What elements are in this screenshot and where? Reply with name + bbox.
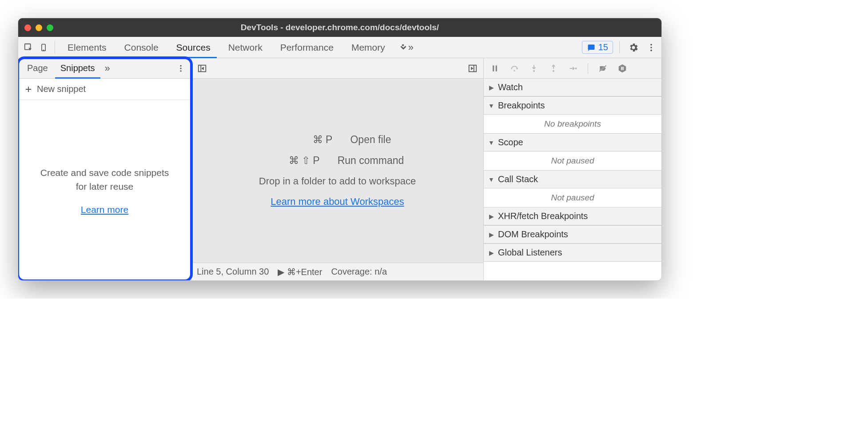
tab-network[interactable]: Network: [219, 37, 271, 58]
step-over-icon[interactable]: [508, 62, 521, 75]
separator: [588, 63, 588, 74]
section-header-call-stack[interactable]: ▼Call Stack: [484, 170, 661, 188]
tab-console[interactable]: Console: [115, 37, 167, 58]
subtabs-overflow-icon[interactable]: »: [101, 58, 114, 78]
coverage-status: Coverage: n/a: [331, 267, 387, 277]
issues-count: 15: [598, 42, 608, 52]
triangle-right-icon: ▶: [488, 249, 494, 256]
subtab-snippets[interactable]: Snippets: [54, 58, 101, 78]
inspect-element-icon[interactable]: [21, 40, 36, 55]
section-header-global-listeners[interactable]: ▶Global Listeners: [484, 243, 661, 262]
svg-rect-25: [622, 67, 623, 70]
minimize-window-button[interactable]: [36, 24, 42, 31]
separator: [619, 41, 620, 54]
tab-label: Network: [228, 42, 263, 53]
svg-point-6: [650, 49, 652, 51]
tab-sources[interactable]: Sources: [167, 37, 219, 58]
close-window-button[interactable]: [24, 24, 31, 31]
learn-more-link[interactable]: Learn more: [81, 204, 128, 215]
kebab-menu-icon[interactable]: [644, 40, 659, 55]
show-debugger-icon[interactable]: [466, 62, 479, 75]
editor-statusbar: Line 5, Column 30 ▶ ⌘+Enter Coverage: n/…: [191, 263, 483, 280]
triangle-down-icon: ▼: [488, 176, 494, 183]
svg-point-4: [650, 44, 652, 45]
editor-empty-state: ⌘ P Open file ⌘ ⇧ P Run command Drop in …: [191, 79, 483, 263]
new-snippet-button[interactable]: New snippet: [18, 79, 191, 100]
empty-text: Create and save code snippets for later …: [36, 166, 173, 194]
svg-rect-3: [588, 44, 594, 50]
step-icon[interactable]: [566, 62, 580, 75]
svg-rect-16: [493, 65, 494, 71]
issues-counter[interactable]: 15: [582, 41, 613, 54]
svg-point-21: [575, 67, 577, 69]
shortcut-label: Open file: [350, 134, 391, 146]
svg-point-5: [650, 47, 652, 48]
shortcut-label: Run command: [338, 155, 404, 167]
section-header-dom-breakpoints[interactable]: ▶DOM Breakpoints: [484, 225, 661, 243]
subtab-page[interactable]: Page: [21, 58, 54, 78]
window-title: DevTools - developer.chrome.com/docs/dev…: [24, 23, 655, 32]
body: Page Snippets » New snippet Create and s…: [18, 58, 661, 280]
step-out-icon[interactable]: [547, 62, 560, 75]
tabs-overflow-icon[interactable]: »: [394, 37, 418, 58]
new-snippet-label: New snippet: [37, 84, 86, 94]
shortcut-row: ⌘ ⇧ P Run command: [271, 155, 404, 167]
section-header-breakpoints[interactable]: ▼Breakpoints: [484, 96, 661, 115]
tab-label: Console: [124, 42, 159, 53]
workspaces-learn-more-link[interactable]: Learn more about Workspaces: [271, 196, 404, 208]
subtab-label: Page: [27, 63, 48, 73]
triangle-right-icon: ▶: [488, 231, 494, 238]
svg-point-8: [180, 68, 181, 69]
section-label: Breakpoints: [498, 100, 545, 111]
deactivate-breakpoints-icon[interactable]: [596, 62, 609, 75]
triangle-down-icon: ▼: [488, 139, 494, 146]
triangle-right-icon: ▶: [488, 213, 494, 220]
section-label: Call Stack: [498, 174, 538, 184]
show-navigator-icon[interactable]: [196, 62, 208, 75]
titlebar: DevTools - developer.chrome.com/docs/dev…: [18, 18, 661, 37]
main-tabs: Elements Console Sources Network Perform…: [59, 37, 582, 58]
navigator-tabs: Page Snippets »: [18, 58, 191, 79]
main-toolbar: Elements Console Sources Network Perform…: [18, 37, 661, 58]
navigator-pane: Page Snippets » New snippet Create and s…: [18, 58, 191, 280]
svg-point-7: [180, 65, 181, 66]
section-header-xhr-fetch-breakpoints[interactable]: ▶XHR/fetch Breakpoints: [484, 207, 661, 225]
separator: [55, 41, 55, 54]
tab-memory[interactable]: Memory: [342, 37, 394, 58]
run-shortcut[interactable]: ▶ ⌘+Enter: [278, 267, 322, 277]
svg-point-18: [514, 70, 515, 71]
triangle-right-icon: ▶: [488, 84, 494, 91]
pause-on-exceptions-icon[interactable]: [616, 62, 629, 75]
tab-label: Elements: [68, 42, 107, 53]
subtab-label: Snippets: [60, 63, 95, 73]
svg-point-20: [553, 70, 554, 72]
section-header-scope[interactable]: ▼Scope: [484, 133, 661, 152]
snippets-empty-state: Create and save code snippets for later …: [18, 100, 191, 280]
triangle-down-icon: ▼: [488, 102, 494, 109]
settings-gear-icon[interactable]: [626, 40, 641, 55]
zoom-window-button[interactable]: [47, 24, 53, 31]
section-body: Not paused: [484, 188, 661, 207]
svg-rect-17: [496, 65, 497, 71]
section-label: DOM Breakpoints: [498, 229, 568, 239]
step-into-icon[interactable]: [527, 62, 541, 75]
tab-elements[interactable]: Elements: [59, 37, 115, 58]
tab-performance[interactable]: Performance: [271, 37, 342, 58]
debug-toolbar: [484, 58, 661, 79]
traffic-lights: [24, 24, 53, 31]
navigator-kebab-icon[interactable]: [173, 61, 188, 76]
device-toggle-icon[interactable]: [36, 40, 51, 55]
svg-rect-24: [621, 67, 622, 70]
section-label: Watch: [498, 82, 523, 92]
pause-icon[interactable]: [488, 62, 502, 75]
tab-label: Sources: [176, 42, 211, 53]
tab-label: Memory: [351, 42, 385, 53]
shortcut-keys: ⌘ ⇧ P: [271, 155, 320, 167]
debugger-pane: ▶Watch▼BreakpointsNo breakpoints▼ScopeNo…: [484, 58, 661, 280]
svg-point-9: [180, 70, 181, 72]
editor-pane: ⌘ P Open file ⌘ ⇧ P Run command Drop in …: [191, 58, 484, 280]
section-body: Not paused: [484, 152, 661, 170]
shortcut-row: ⌘ P Open file: [283, 134, 391, 146]
editor-tabbar: [191, 58, 483, 79]
section-header-watch[interactable]: ▶Watch: [484, 79, 661, 96]
